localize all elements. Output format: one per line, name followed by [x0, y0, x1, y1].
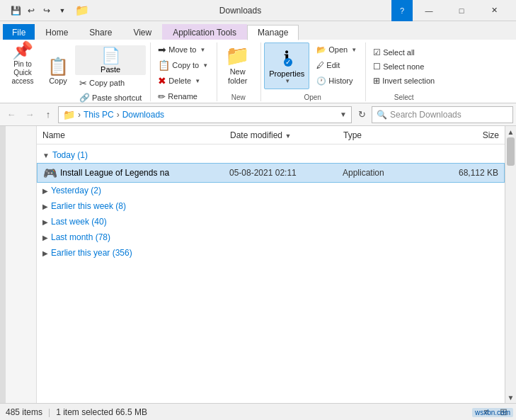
- organize-group-content: ➡ Move to ▼ 📋 Copy to ▼ ✖ Delete ▼ ✏ Ren…: [154, 42, 212, 103]
- copy-button[interactable]: 📋 Copy: [42, 42, 74, 89]
- tab-app-tools[interactable]: Application Tools: [162, 24, 247, 40]
- ribbon-group-open: ℹ ✓ Properties ▼ 📂 Open ▼ 🖊 Edit 🕐: [263, 42, 366, 101]
- help-button[interactable]: ?: [391, 0, 413, 21]
- yesterday-chevron: ▶: [42, 187, 48, 195]
- lol-file-type: Application: [343, 168, 428, 178]
- lol-file-icon: 🎮: [43, 166, 57, 180]
- invert-selection-button[interactable]: ⊞ Invert selection: [369, 74, 439, 88]
- earlier-week-chevron: ▶: [42, 203, 48, 210]
- ribbon-tab-bar: File Home Share View Application Tools M…: [0, 21, 516, 40]
- open-extra-buttons: 📂 Open ▼ 🖊 Edit 🕐 History: [312, 42, 361, 88]
- date-modified-label: Date modified: [230, 130, 282, 140]
- group-last-month[interactable]: ▶ Last month (78): [37, 229, 505, 245]
- edit-button[interactable]: 🖊 Edit: [312, 58, 361, 72]
- move-to-arrow: ▼: [200, 47, 205, 53]
- paste-label: Paste: [101, 65, 120, 74]
- delete-label: Delete: [168, 76, 191, 85]
- tab-share[interactable]: Share: [79, 24, 122, 40]
- file-list: Name Date modified ▼ Type Size ▼ Today (…: [37, 126, 505, 403]
- rename-label: Rename: [168, 92, 197, 101]
- path-separator1: ›: [78, 110, 81, 120]
- open-button[interactable]: 📂 Open ▼: [312, 42, 361, 57]
- paste-shortcut-label: Paste shortcut: [92, 93, 142, 102]
- scroll-up-button[interactable]: ▲: [505, 126, 517, 137]
- search-icon: 🔍: [377, 110, 387, 120]
- folder-nav-icon: 📁: [63, 109, 75, 120]
- file-row-lol[interactable]: 🎮 Install League of Legends na 05-08-202…: [37, 163, 505, 183]
- tab-file[interactable]: File: [3, 24, 35, 40]
- maximize-button[interactable]: □: [445, 0, 478, 21]
- redo-btn[interactable]: ↪: [40, 4, 54, 18]
- group-last-week[interactable]: ▶ Last week (40): [37, 214, 505, 229]
- col-header-type[interactable]: Type: [343, 130, 428, 140]
- date-sort-icon: ▼: [285, 132, 291, 140]
- path-this-pc[interactable]: This PC: [84, 110, 114, 120]
- open-arrow: ▼: [351, 47, 357, 53]
- cut-button[interactable]: ✂ Copy path: [75, 76, 146, 90]
- tab-view[interactable]: View: [122, 24, 162, 40]
- last-week-chevron: ▶: [42, 218, 48, 226]
- undo-btn[interactable]: ↩: [24, 4, 38, 18]
- pin-label: Pin to Quick access: [9, 60, 36, 86]
- col-header-size[interactable]: Size: [428, 130, 499, 140]
- pin-quick-access-button[interactable]: 📌 Pin to Quick access: [4, 42, 41, 89]
- history-button[interactable]: 🕐 History: [312, 74, 361, 88]
- group-last-week-label: Last week (40): [51, 217, 107, 227]
- path-downloads[interactable]: Downloads: [122, 110, 164, 120]
- back-button[interactable]: ←: [3, 106, 20, 123]
- move-to-icon: ➡: [158, 44, 166, 55]
- quick-save-btn[interactable]: 💾: [8, 4, 23, 18]
- status-separator: |: [48, 407, 50, 417]
- properties-label: Properties: [269, 69, 304, 78]
- new-folder-button[interactable]: 📁 New folder: [220, 42, 255, 89]
- path-separator2: ›: [117, 110, 120, 120]
- minimize-button[interactable]: —: [413, 0, 445, 21]
- delete-icon: ✖: [158, 75, 166, 86]
- copy-to-button[interactable]: 📋 Copy to ▼: [154, 58, 212, 72]
- select-none-button[interactable]: ☐ Select none: [369, 60, 428, 74]
- clipboard-group-content: 📌 Pin to Quick access 📋 Copy 📄 Paste ✂ C…: [4, 42, 146, 105]
- group-today-label: Today (1): [52, 150, 88, 160]
- move-to-button[interactable]: ➡ Move to ▼: [154, 42, 210, 57]
- tab-home[interactable]: Home: [35, 24, 79, 40]
- new-folder-label: New folder: [228, 67, 248, 86]
- refresh-button[interactable]: ↻: [353, 106, 370, 123]
- rename-icon: ✏: [158, 91, 166, 102]
- lol-file-date: 05-08-2021 02:11: [229, 168, 343, 178]
- selection-info: 1 item selected 66.5 MB: [56, 407, 147, 417]
- close-button[interactable]: ✕: [478, 0, 510, 21]
- rename-button[interactable]: ✏ Rename: [154, 89, 202, 103]
- title-bar: 💾 ↩ ↪ ▼ 📁 Downloads ? — □ ✕: [0, 0, 516, 21]
- scroll-down-button[interactable]: ▼: [505, 392, 517, 403]
- ribbon-group-clipboard: 📌 Pin to Quick access 📋 Copy 📄 Paste ✂ C…: [3, 42, 151, 101]
- paste-shortcut-button[interactable]: 🔗 Paste shortcut: [75, 91, 146, 105]
- dropdown-arrow[interactable]: ▼: [340, 110, 347, 118]
- tab-manage[interactable]: Manage: [247, 25, 299, 40]
- new-group-content: 📁 New folder: [220, 42, 256, 91]
- col-header-date[interactable]: Date modified ▼: [230, 130, 343, 140]
- paste-button[interactable]: 📄 Paste: [75, 45, 146, 75]
- group-earlier-year[interactable]: ▶ Earlier this year (356): [37, 245, 505, 261]
- group-earlier-week[interactable]: ▶ Earlier this week (8): [37, 198, 505, 214]
- scroll-track[interactable]: [505, 137, 516, 392]
- group-last-month-label: Last month (78): [51, 232, 110, 242]
- col-header-name[interactable]: Name: [42, 130, 230, 140]
- ribbon-group-select: ☑ Select all ☐ Select none ⊞ Invert sele…: [367, 42, 443, 101]
- window-controls: ? — □ ✕: [391, 0, 510, 21]
- search-box[interactable]: 🔍 Search Downloads: [372, 106, 513, 123]
- search-placeholder: Search Downloads: [390, 110, 461, 120]
- delete-button[interactable]: ✖ Delete ▼: [154, 74, 205, 88]
- window-title: Downloads: [89, 6, 391, 16]
- address-box[interactable]: 📁 › This PC › Downloads ▼: [58, 106, 352, 123]
- select-all-button[interactable]: ☑ Select all: [369, 46, 419, 59]
- qa-dropdown-btn[interactable]: ▼: [55, 4, 69, 18]
- group-today[interactable]: ▼ Today (1): [37, 147, 505, 163]
- forward-button[interactable]: →: [21, 106, 38, 123]
- up-button[interactable]: ↑: [40, 106, 57, 123]
- select-group-content: ☑ Select all ☐ Select none ⊞ Invert sele…: [369, 42, 439, 91]
- watermark: wsxbn.com: [472, 408, 513, 417]
- group-yesterday[interactable]: ▶ Yesterday (2): [37, 183, 505, 198]
- right-scrollbar: ▲ ▼: [505, 126, 516, 403]
- scroll-thumb[interactable]: [507, 137, 515, 166]
- ribbon-group-new: 📁 New folder New: [219, 42, 261, 101]
